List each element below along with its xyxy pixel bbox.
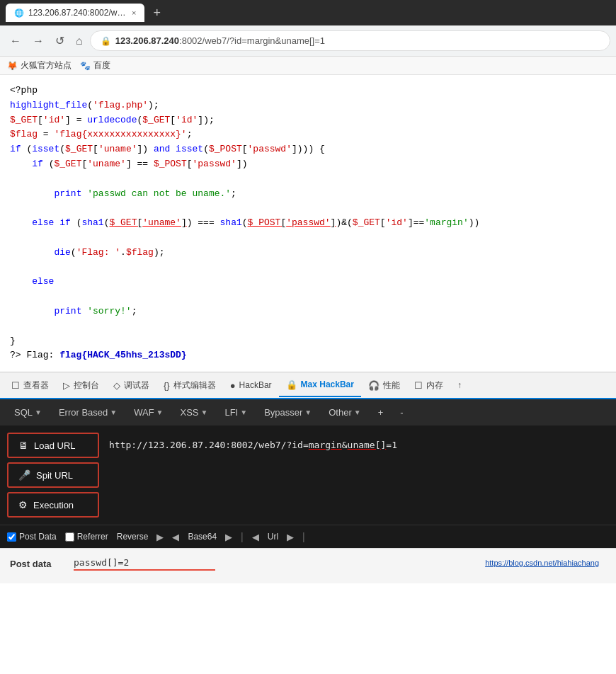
console-icon: ▷ <box>63 380 70 391</box>
fox-icon: 🦊 <box>7 61 18 71</box>
post-data-section: Post data https://blog.csdn.net/hiahiach… <box>0 548 616 583</box>
right-arrow-3: ▶ <box>287 532 294 542</box>
hackbar-icon: ● <box>230 380 236 391</box>
new-tab-button[interactable]: + <box>149 4 165 22</box>
left-arrow-1: ◀ <box>172 532 179 542</box>
memory-icon: ☐ <box>414 380 423 391</box>
post-data-checkbox[interactable] <box>7 532 16 542</box>
code-line-8: print 'passwd can not be uname.'; <box>10 187 606 202</box>
tab-title: 123.206.87.240:8002/web7/?id=... <box>28 8 127 18</box>
devtools-tab-console[interactable]: ▷ 控制台 <box>56 374 106 397</box>
url-part4: uname[] <box>348 440 387 450</box>
devtools-tab-inspector[interactable]: ☐ 查看器 <box>4 374 56 397</box>
style-label: 样式编辑器 <box>173 379 216 392</box>
code-line-13 <box>10 261 606 275</box>
bypasser-arrow: ▼ <box>304 409 312 416</box>
menu-add[interactable]: + <box>371 404 391 421</box>
active-tab[interactable]: 🌐 123.206.87.240:8002/web7/?id=... × <box>6 4 144 22</box>
menu-lfi[interactable]: LFI ▼ <box>217 404 254 421</box>
post-data-input[interactable] <box>74 556 215 571</box>
lock-icon: 🔒 <box>286 379 297 390</box>
code-line-2: highlight_file('flag.php'); <box>10 98 606 113</box>
back-button[interactable]: ← <box>6 30 25 52</box>
code-line-18: } <box>10 334 606 349</box>
code-line-16: print 'sorry!'; <box>10 304 606 319</box>
code-line-14: else <box>10 275 606 290</box>
tab-close-btn[interactable]: × <box>132 8 136 17</box>
load-url-label: Load URL <box>34 440 76 451</box>
menu-xss[interactable]: XSS ▼ <box>173 404 215 421</box>
menu-other[interactable]: Other ▼ <box>321 404 367 421</box>
address-bar[interactable]: 🔒 123.206.87.240:8002/web7/?id=margin&un… <box>90 30 610 51</box>
devtools-tab-more[interactable]: ↑ <box>450 375 469 396</box>
lfi-label: LFI <box>224 407 238 418</box>
lfi-arrow: ▼ <box>240 409 247 416</box>
address-text: 123.206.87.240:8002/web7/?id=margin&unam… <box>115 35 600 46</box>
reload-button[interactable]: ↺ <box>51 30 69 52</box>
hackbar-panel: SQL ▼ Error Based ▼ WAF ▼ XSS ▼ LFI ▼ By… <box>0 399 616 548</box>
baidu-icon: 🐾 <box>80 61 91 71</box>
url-part3: & <box>342 440 348 450</box>
hackbar-url-display[interactable]: http://123.206.87.240:8002/web7/?id=marg… <box>106 433 609 518</box>
menu-waf[interactable]: WAF ▼ <box>127 404 170 421</box>
spit-url-icon: 🎤 <box>18 469 30 481</box>
referrer-option-label: Referrer <box>77 532 108 542</box>
devtools-tab-max-hackbar[interactable]: 🔒 Max HackBar <box>279 374 361 397</box>
home-button[interactable]: ⌂ <box>72 30 87 52</box>
more-icon: ↑ <box>457 380 462 390</box>
waf-label: WAF <box>134 407 154 418</box>
other-label: Other <box>329 407 352 418</box>
spit-url-label: Spit URL <box>36 470 73 481</box>
separator-2: | <box>302 531 305 542</box>
remove-label: - <box>400 407 403 418</box>
title-bar: 🌐 123.206.87.240:8002/web7/?id=... × + <box>0 0 616 25</box>
url-part1: http://123.206.87.240:8002/web7/?id= <box>109 440 309 450</box>
forward-button[interactable]: → <box>28 30 48 52</box>
menu-sql[interactable]: SQL ▼ <box>7 404 49 421</box>
perf-label: 性能 <box>383 379 400 392</box>
execution-button[interactable]: ⚙ Execution <box>7 492 99 518</box>
style-icon: {} <box>164 380 170 391</box>
code-line-15 <box>10 290 606 304</box>
menu-error-based[interactable]: Error Based ▼ <box>52 404 124 421</box>
execution-icon: ⚙ <box>18 499 28 510</box>
devtools-tab-style-editor[interactable]: {} 样式编辑器 <box>156 374 223 397</box>
bookmark-label: 火狐官方站点 <box>21 59 72 72</box>
load-url-button[interactable]: 🖥 Load URL <box>7 433 99 458</box>
menu-bypasser[interactable]: Bypasser ▼ <box>257 404 319 421</box>
bookmarks-bar: 🦊 火狐官方站点 🐾 百度 <box>0 57 616 75</box>
address-domain: 123.206.87.240 <box>115 35 179 46</box>
load-url-icon: 🖥 <box>18 440 28 451</box>
hackbar-label: HackBar <box>239 380 272 390</box>
url-option-label: Url <box>268 532 278 542</box>
address-path: :8002/web7/?id=margin&uname[]=1 <box>179 35 325 46</box>
code-line-5: if (isset($_GET['uname']) and isset($_PO… <box>10 142 606 157</box>
post-data-option-label: Post Data <box>19 532 57 542</box>
post-data-checkbox-label[interactable]: Post Data <box>7 532 57 542</box>
devtools-tab-debugger[interactable]: ◇ 调试器 <box>106 374 156 397</box>
code-line-10: else if (sha1($_GET['uname']) === sha1($… <box>10 216 606 231</box>
devtools-tab-hackbar[interactable]: ● HackBar <box>223 375 279 396</box>
bookmark-label-2: 百度 <box>93 59 110 72</box>
base64-label: Base64 <box>188 532 217 542</box>
hackbar-menu: SQL ▼ Error Based ▼ WAF ▼ XSS ▼ LFI ▼ By… <box>0 399 616 425</box>
code-line-11 <box>10 231 606 246</box>
status-url-link[interactable]: https://blog.csdn.net/hiahiachang <box>485 559 599 567</box>
code-line-1: <?php <box>10 84 606 98</box>
menu-remove[interactable]: - <box>393 404 410 421</box>
tab-favicon: 🌐 <box>14 8 24 18</box>
left-arrow-2: ◀ <box>252 532 259 542</box>
xss-label: XSS <box>181 407 199 418</box>
bookmark-firefox[interactable]: 🦊 火狐官方站点 <box>7 59 72 72</box>
spit-url-button[interactable]: 🎤 Spit URL <box>7 462 99 488</box>
devtools-tab-performance[interactable]: 🎧 性能 <box>361 374 407 397</box>
url-part5: =1 <box>386 440 397 450</box>
console-label: 控制台 <box>74 379 99 392</box>
referrer-checkbox[interactable] <box>65 532 74 542</box>
sql-arrow: ▼ <box>35 409 42 416</box>
bookmark-baidu[interactable]: 🐾 百度 <box>80 59 110 72</box>
other-arrow: ▼ <box>354 409 361 416</box>
referrer-checkbox-label[interactable]: Referrer <box>65 532 108 542</box>
devtools-tab-memory[interactable]: ☐ 内存 <box>407 374 450 397</box>
code-line-19: ?> Flag: flag{HACK_45hhs_213sDD} <box>10 348 606 363</box>
